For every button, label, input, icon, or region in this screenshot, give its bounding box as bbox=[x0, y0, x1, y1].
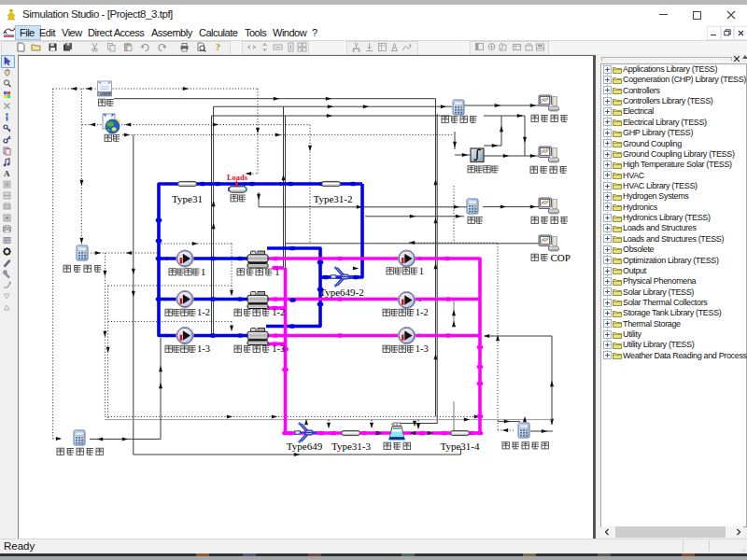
svg-text:USER: USER bbox=[100, 91, 111, 96]
svg-text:1-2: 1-2 bbox=[197, 307, 210, 317]
svg-text:Type31-4: Type31-4 bbox=[441, 441, 480, 452]
svg-text:A: A bbox=[4, 169, 10, 178]
svg-text:1: 1 bbox=[201, 267, 205, 277]
svg-text:Type649: Type649 bbox=[287, 441, 323, 452]
svg-text:1: 1 bbox=[419, 266, 424, 276]
svg-text:Type31-3: Type31-3 bbox=[331, 441, 371, 452]
svg-text:1: 1 bbox=[275, 267, 279, 277]
svg-text:Loads: Loads bbox=[227, 173, 248, 182]
svg-text:COP: COP bbox=[550, 252, 570, 263]
svg-text:Type649-2: Type649-2 bbox=[319, 287, 364, 298]
svg-text:Type31-2: Type31-2 bbox=[314, 193, 353, 204]
svg-text:1-3: 1-3 bbox=[197, 343, 210, 354]
svg-text:?: ? bbox=[216, 42, 220, 52]
svg-text:Type31: Type31 bbox=[172, 193, 203, 204]
svg-text:1-3: 1-3 bbox=[416, 343, 429, 354]
svg-text:1-3: 1-3 bbox=[272, 343, 285, 354]
svg-text:1-2: 1-2 bbox=[272, 307, 285, 317]
svg-text:1-2: 1-2 bbox=[416, 307, 429, 317]
